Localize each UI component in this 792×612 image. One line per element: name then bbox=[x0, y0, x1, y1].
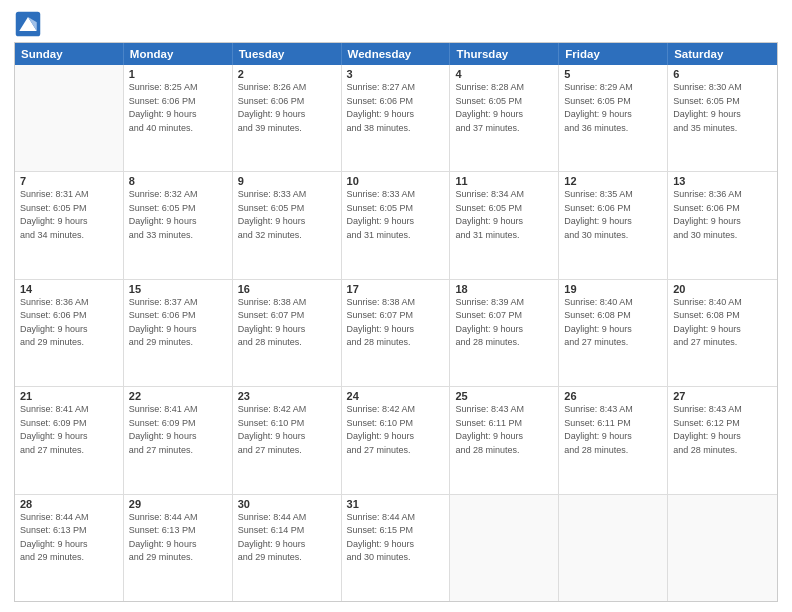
day-info: Sunrise: 8:25 AMSunset: 6:06 PMDaylight:… bbox=[129, 81, 227, 135]
day-info: Sunrise: 8:44 AMSunset: 6:15 PMDaylight:… bbox=[347, 511, 445, 565]
day-number: 1 bbox=[129, 68, 227, 80]
calendar-cell-w1-d3: 10Sunrise: 8:33 AMSunset: 6:05 PMDayligh… bbox=[342, 172, 451, 278]
day-info: Sunrise: 8:44 AMSunset: 6:13 PMDaylight:… bbox=[129, 511, 227, 565]
calendar-cell-w0-d5: 5Sunrise: 8:29 AMSunset: 6:05 PMDaylight… bbox=[559, 65, 668, 171]
day-info: Sunrise: 8:42 AMSunset: 6:10 PMDaylight:… bbox=[238, 403, 336, 457]
calendar: SundayMondayTuesdayWednesdayThursdayFrid… bbox=[14, 42, 778, 602]
header-day-monday: Monday bbox=[124, 43, 233, 65]
day-number: 3 bbox=[347, 68, 445, 80]
day-info: Sunrise: 8:28 AMSunset: 6:05 PMDaylight:… bbox=[455, 81, 553, 135]
calendar-cell-w1-d1: 8Sunrise: 8:32 AMSunset: 6:05 PMDaylight… bbox=[124, 172, 233, 278]
calendar-cell-w3-d4: 25Sunrise: 8:43 AMSunset: 6:11 PMDayligh… bbox=[450, 387, 559, 493]
day-number: 23 bbox=[238, 390, 336, 402]
calendar-row-2: 14Sunrise: 8:36 AMSunset: 6:06 PMDayligh… bbox=[15, 279, 777, 386]
calendar-cell-w4-d2: 30Sunrise: 8:44 AMSunset: 6:14 PMDayligh… bbox=[233, 495, 342, 601]
logo-icon bbox=[14, 10, 42, 38]
calendar-row-0: 1Sunrise: 8:25 AMSunset: 6:06 PMDaylight… bbox=[15, 65, 777, 171]
calendar-cell-w3-d3: 24Sunrise: 8:42 AMSunset: 6:10 PMDayligh… bbox=[342, 387, 451, 493]
calendar-cell-w2-d1: 15Sunrise: 8:37 AMSunset: 6:06 PMDayligh… bbox=[124, 280, 233, 386]
day-info: Sunrise: 8:39 AMSunset: 6:07 PMDaylight:… bbox=[455, 296, 553, 350]
day-info: Sunrise: 8:41 AMSunset: 6:09 PMDaylight:… bbox=[20, 403, 118, 457]
calendar-cell-w3-d2: 23Sunrise: 8:42 AMSunset: 6:10 PMDayligh… bbox=[233, 387, 342, 493]
day-info: Sunrise: 8:43 AMSunset: 6:12 PMDaylight:… bbox=[673, 403, 772, 457]
header-day-saturday: Saturday bbox=[668, 43, 777, 65]
calendar-cell-w0-d6: 6Sunrise: 8:30 AMSunset: 6:05 PMDaylight… bbox=[668, 65, 777, 171]
day-number: 19 bbox=[564, 283, 662, 295]
calendar-cell-w3-d6: 27Sunrise: 8:43 AMSunset: 6:12 PMDayligh… bbox=[668, 387, 777, 493]
day-info: Sunrise: 8:40 AMSunset: 6:08 PMDaylight:… bbox=[564, 296, 662, 350]
day-number: 10 bbox=[347, 175, 445, 187]
day-number: 26 bbox=[564, 390, 662, 402]
calendar-cell-w4-d4 bbox=[450, 495, 559, 601]
day-info: Sunrise: 8:37 AMSunset: 6:06 PMDaylight:… bbox=[129, 296, 227, 350]
calendar-header: SundayMondayTuesdayWednesdayThursdayFrid… bbox=[15, 43, 777, 65]
calendar-row-3: 21Sunrise: 8:41 AMSunset: 6:09 PMDayligh… bbox=[15, 386, 777, 493]
day-info: Sunrise: 8:27 AMSunset: 6:06 PMDaylight:… bbox=[347, 81, 445, 135]
day-number: 14 bbox=[20, 283, 118, 295]
day-info: Sunrise: 8:38 AMSunset: 6:07 PMDaylight:… bbox=[238, 296, 336, 350]
day-info: Sunrise: 8:30 AMSunset: 6:05 PMDaylight:… bbox=[673, 81, 772, 135]
day-number: 13 bbox=[673, 175, 772, 187]
day-number: 12 bbox=[564, 175, 662, 187]
calendar-cell-w4-d6 bbox=[668, 495, 777, 601]
calendar-cell-w2-d6: 20Sunrise: 8:40 AMSunset: 6:08 PMDayligh… bbox=[668, 280, 777, 386]
header-day-tuesday: Tuesday bbox=[233, 43, 342, 65]
calendar-cell-w2-d5: 19Sunrise: 8:40 AMSunset: 6:08 PMDayligh… bbox=[559, 280, 668, 386]
calendar-cell-w0-d4: 4Sunrise: 8:28 AMSunset: 6:05 PMDaylight… bbox=[450, 65, 559, 171]
calendar-cell-w3-d0: 21Sunrise: 8:41 AMSunset: 6:09 PMDayligh… bbox=[15, 387, 124, 493]
day-info: Sunrise: 8:29 AMSunset: 6:05 PMDaylight:… bbox=[564, 81, 662, 135]
day-info: Sunrise: 8:42 AMSunset: 6:10 PMDaylight:… bbox=[347, 403, 445, 457]
day-number: 8 bbox=[129, 175, 227, 187]
calendar-cell-w0-d3: 3Sunrise: 8:27 AMSunset: 6:06 PMDaylight… bbox=[342, 65, 451, 171]
day-info: Sunrise: 8:34 AMSunset: 6:05 PMDaylight:… bbox=[455, 188, 553, 242]
page: SundayMondayTuesdayWednesdayThursdayFrid… bbox=[0, 0, 792, 612]
calendar-cell-w4-d0: 28Sunrise: 8:44 AMSunset: 6:13 PMDayligh… bbox=[15, 495, 124, 601]
day-number: 22 bbox=[129, 390, 227, 402]
day-number: 2 bbox=[238, 68, 336, 80]
day-number: 15 bbox=[129, 283, 227, 295]
day-info: Sunrise: 8:31 AMSunset: 6:05 PMDaylight:… bbox=[20, 188, 118, 242]
day-info: Sunrise: 8:38 AMSunset: 6:07 PMDaylight:… bbox=[347, 296, 445, 350]
day-info: Sunrise: 8:33 AMSunset: 6:05 PMDaylight:… bbox=[347, 188, 445, 242]
day-number: 30 bbox=[238, 498, 336, 510]
day-number: 21 bbox=[20, 390, 118, 402]
day-info: Sunrise: 8:33 AMSunset: 6:05 PMDaylight:… bbox=[238, 188, 336, 242]
day-number: 11 bbox=[455, 175, 553, 187]
calendar-cell-w0-d1: 1Sunrise: 8:25 AMSunset: 6:06 PMDaylight… bbox=[124, 65, 233, 171]
header bbox=[14, 10, 778, 38]
day-info: Sunrise: 8:36 AMSunset: 6:06 PMDaylight:… bbox=[20, 296, 118, 350]
calendar-cell-w1-d4: 11Sunrise: 8:34 AMSunset: 6:05 PMDayligh… bbox=[450, 172, 559, 278]
calendar-cell-w0-d0 bbox=[15, 65, 124, 171]
day-number: 31 bbox=[347, 498, 445, 510]
header-day-wednesday: Wednesday bbox=[342, 43, 451, 65]
header-day-thursday: Thursday bbox=[450, 43, 559, 65]
day-number: 16 bbox=[238, 283, 336, 295]
calendar-cell-w2-d0: 14Sunrise: 8:36 AMSunset: 6:06 PMDayligh… bbox=[15, 280, 124, 386]
day-info: Sunrise: 8:44 AMSunset: 6:13 PMDaylight:… bbox=[20, 511, 118, 565]
day-number: 18 bbox=[455, 283, 553, 295]
logo-area bbox=[14, 10, 44, 38]
calendar-cell-w0-d2: 2Sunrise: 8:26 AMSunset: 6:06 PMDaylight… bbox=[233, 65, 342, 171]
day-info: Sunrise: 8:40 AMSunset: 6:08 PMDaylight:… bbox=[673, 296, 772, 350]
calendar-cell-w1-d5: 12Sunrise: 8:35 AMSunset: 6:06 PMDayligh… bbox=[559, 172, 668, 278]
day-info: Sunrise: 8:43 AMSunset: 6:11 PMDaylight:… bbox=[564, 403, 662, 457]
day-number: 4 bbox=[455, 68, 553, 80]
day-number: 9 bbox=[238, 175, 336, 187]
day-info: Sunrise: 8:32 AMSunset: 6:05 PMDaylight:… bbox=[129, 188, 227, 242]
calendar-cell-w1-d2: 9Sunrise: 8:33 AMSunset: 6:05 PMDaylight… bbox=[233, 172, 342, 278]
calendar-cell-w3-d1: 22Sunrise: 8:41 AMSunset: 6:09 PMDayligh… bbox=[124, 387, 233, 493]
calendar-cell-w4-d3: 31Sunrise: 8:44 AMSunset: 6:15 PMDayligh… bbox=[342, 495, 451, 601]
day-number: 24 bbox=[347, 390, 445, 402]
day-info: Sunrise: 8:35 AMSunset: 6:06 PMDaylight:… bbox=[564, 188, 662, 242]
day-info: Sunrise: 8:26 AMSunset: 6:06 PMDaylight:… bbox=[238, 81, 336, 135]
calendar-cell-w1-d6: 13Sunrise: 8:36 AMSunset: 6:06 PMDayligh… bbox=[668, 172, 777, 278]
day-number: 5 bbox=[564, 68, 662, 80]
day-info: Sunrise: 8:41 AMSunset: 6:09 PMDaylight:… bbox=[129, 403, 227, 457]
calendar-cell-w4-d5 bbox=[559, 495, 668, 601]
day-number: 17 bbox=[347, 283, 445, 295]
day-number: 6 bbox=[673, 68, 772, 80]
calendar-body: 1Sunrise: 8:25 AMSunset: 6:06 PMDaylight… bbox=[15, 65, 777, 601]
day-number: 28 bbox=[20, 498, 118, 510]
calendar-cell-w2-d3: 17Sunrise: 8:38 AMSunset: 6:07 PMDayligh… bbox=[342, 280, 451, 386]
calendar-row-4: 28Sunrise: 8:44 AMSunset: 6:13 PMDayligh… bbox=[15, 494, 777, 601]
